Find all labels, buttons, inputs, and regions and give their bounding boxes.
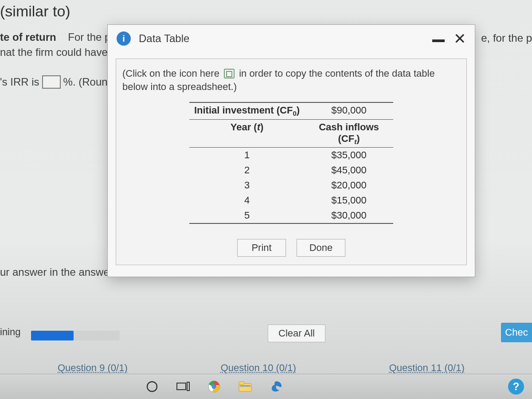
irr-prefix: 's IRR is bbox=[0, 76, 39, 88]
table-row: 1 $35,000 bbox=[189, 148, 393, 163]
data-table: Initial investment (CF0) $90,000 Year (t… bbox=[189, 102, 393, 224]
year-cell: 5 bbox=[189, 208, 305, 223]
done-button[interactable]: Done bbox=[297, 239, 345, 257]
table-row: 3 $20,000 bbox=[189, 178, 393, 193]
initial-investment-label: Initial investment (CF0) bbox=[189, 103, 305, 119]
svg-point-0 bbox=[147, 382, 157, 391]
svg-rect-1 bbox=[177, 383, 186, 390]
right-text-fragment: e, for the p bbox=[481, 32, 532, 44]
svg-rect-6 bbox=[239, 382, 244, 384]
year-cell: 1 bbox=[189, 148, 305, 163]
copy-hint-a: (Click on the icon here bbox=[122, 68, 219, 79]
cf-cell: $15,000 bbox=[305, 193, 393, 208]
modal-buttons: Print Done bbox=[122, 239, 460, 257]
modal-body: (Click on the icon here in order to copy… bbox=[116, 59, 467, 265]
cf-cell: $20,000 bbox=[305, 178, 393, 193]
data-table-modal: i Data Table ✕ (Click on the icon here i… bbox=[107, 24, 475, 277]
file-explorer-icon[interactable] bbox=[238, 379, 253, 394]
table-row: 4 $15,000 bbox=[189, 193, 393, 208]
help-icon[interactable]: ? bbox=[508, 379, 524, 395]
irr-line: 's IRR is %. (Round to bbox=[0, 75, 125, 89]
table-row: 2 $45,000 bbox=[189, 163, 393, 178]
question-nav-9[interactable]: Question 9 (0/1) bbox=[58, 362, 128, 374]
similar-to-label: (similar to) bbox=[0, 3, 70, 20]
chrome-icon[interactable] bbox=[207, 379, 222, 394]
svg-rect-7 bbox=[240, 385, 250, 387]
task-view-icon[interactable] bbox=[176, 379, 191, 394]
question-nav-10[interactable]: Question 10 (0/1) bbox=[221, 362, 296, 374]
irr-input[interactable] bbox=[42, 75, 61, 89]
cortana-icon[interactable] bbox=[145, 379, 160, 394]
cash-inflows-header: Cash inflows (CFt) bbox=[305, 120, 393, 147]
remaining-label-fragment: ining bbox=[0, 326, 20, 338]
year-cell: 3 bbox=[189, 178, 305, 193]
copy-icon[interactable] bbox=[224, 69, 235, 78]
minimize-icon[interactable] bbox=[432, 39, 445, 42]
edge-icon[interactable] bbox=[269, 379, 284, 394]
taskbar bbox=[0, 374, 532, 399]
data-table-body: 1 $35,000 2 $45,000 3 $20,000 4 $15,000 bbox=[189, 148, 393, 224]
year-cell: 2 bbox=[189, 163, 305, 178]
cf-cell: $45,000 bbox=[305, 163, 393, 178]
cf-cell: $30,000 bbox=[305, 208, 393, 223]
question-nav: Question 9 (0/1) Question 10 (0/1) Quest… bbox=[0, 352, 532, 374]
year-cell: 4 bbox=[189, 193, 305, 208]
close-icon[interactable]: ✕ bbox=[454, 31, 466, 46]
modal-title: Data Table bbox=[139, 32, 189, 45]
rate-of-return-label: te of return bbox=[0, 31, 56, 43]
svg-rect-2 bbox=[187, 382, 189, 391]
clear-all-button[interactable]: Clear All bbox=[268, 325, 325, 342]
cf-cell: $35,000 bbox=[305, 148, 393, 163]
question-nav-11[interactable]: Question 11 (0/1) bbox=[389, 362, 465, 374]
initial-investment-value: $90,000 bbox=[305, 103, 393, 119]
year-header: Year (t) bbox=[189, 120, 305, 147]
check-answer-button[interactable]: Chec bbox=[501, 323, 532, 342]
copy-hint: (Click on the icon here in order to copy… bbox=[122, 67, 460, 93]
progress-bar bbox=[31, 331, 120, 340]
modal-header: i Data Table ✕ bbox=[108, 25, 475, 51]
table-row: 5 $30,000 bbox=[189, 208, 393, 224]
print-button[interactable]: Print bbox=[237, 239, 286, 257]
svg-rect-5 bbox=[239, 383, 251, 391]
info-icon: i bbox=[117, 31, 131, 46]
progress-fill bbox=[31, 331, 74, 340]
screen: (similar to) te of return For the proje … bbox=[0, 0, 532, 399]
